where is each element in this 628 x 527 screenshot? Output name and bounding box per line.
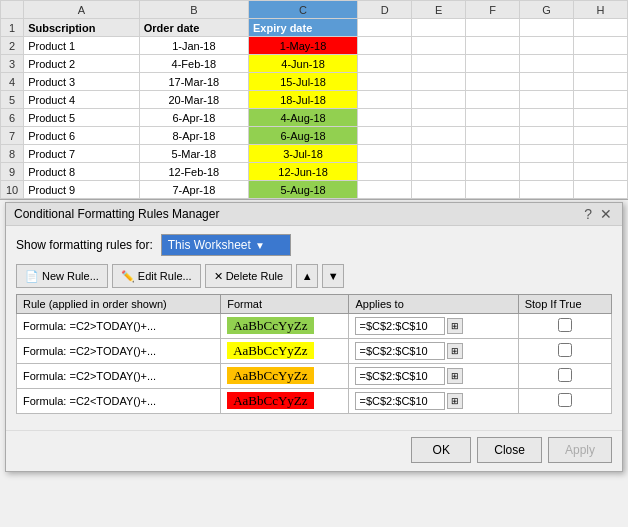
applies-to-input[interactable] [355, 317, 445, 335]
cell-e[interactable] [412, 55, 466, 73]
cell-e[interactable] [412, 127, 466, 145]
cell-h[interactable] [573, 109, 627, 127]
cell-g[interactable] [520, 109, 574, 127]
col-header-h[interactable]: H [573, 1, 627, 19]
range-select-icon[interactable]: ⊞ [447, 393, 463, 409]
cell-g[interactable] [520, 37, 574, 55]
cell-a[interactable]: Product 1 [24, 37, 140, 55]
cell-b[interactable]: 8-Apr-18 [139, 127, 248, 145]
cell-b[interactable]: 17-Mar-18 [139, 73, 248, 91]
cell-e[interactable] [412, 163, 466, 181]
cell-e[interactable] [412, 73, 466, 91]
cell-b[interactable]: 4-Feb-18 [139, 55, 248, 73]
cell-d[interactable] [358, 37, 412, 55]
cell-f[interactable] [466, 19, 520, 37]
cell-f[interactable] [466, 163, 520, 181]
cell-f[interactable] [466, 91, 520, 109]
cell-a[interactable]: Product 3 [24, 73, 140, 91]
rule-row[interactable]: Formula: =C2>TODAY()+...AaBbCcYyZz⊞ [17, 339, 612, 364]
ok-button[interactable]: OK [411, 437, 471, 463]
col-header-c[interactable]: C [248, 1, 357, 19]
new-rule-button[interactable]: 📄 New Rule... [16, 264, 108, 288]
stop-if-true-checkbox[interactable] [558, 393, 572, 407]
cell-a[interactable]: Product 6 [24, 127, 140, 145]
cell-e[interactable] [412, 109, 466, 127]
col-header-a[interactable]: A [24, 1, 140, 19]
applies-to-input[interactable] [355, 392, 445, 410]
range-select-icon[interactable]: ⊞ [447, 343, 463, 359]
cell-g[interactable] [520, 163, 574, 181]
move-down-button[interactable]: ▼ [322, 264, 344, 288]
cell-f[interactable] [466, 145, 520, 163]
cell-f[interactable] [466, 37, 520, 55]
cell-e[interactable] [412, 181, 466, 199]
cell-g[interactable] [520, 91, 574, 109]
cell-a[interactable]: Product 9 [24, 181, 140, 199]
cell-a[interactable]: Product 7 [24, 145, 140, 163]
cell-g[interactable] [520, 145, 574, 163]
cell-a[interactable]: Product 5 [24, 109, 140, 127]
col-header-d[interactable]: D [358, 1, 412, 19]
cell-h[interactable] [573, 91, 627, 109]
cell-d[interactable] [358, 163, 412, 181]
cell-c[interactable]: 6-Aug-18 [248, 127, 357, 145]
show-rules-dropdown[interactable]: This Worksheet ▼ [161, 234, 291, 256]
applies-to-input[interactable] [355, 342, 445, 360]
cell-c[interactable]: 18-Jul-18 [248, 91, 357, 109]
apply-button[interactable]: Apply [548, 437, 612, 463]
cell-a[interactable]: Product 8 [24, 163, 140, 181]
col-header-e[interactable]: E [412, 1, 466, 19]
stop-if-true-checkbox[interactable] [558, 368, 572, 382]
cell-c[interactable]: Expiry date [248, 19, 357, 37]
col-header-b[interactable]: B [139, 1, 248, 19]
cell-c[interactable]: 12-Jun-18 [248, 163, 357, 181]
cell-a[interactable]: Subscription [24, 19, 140, 37]
cell-h[interactable] [573, 37, 627, 55]
cell-d[interactable] [358, 73, 412, 91]
cell-h[interactable] [573, 145, 627, 163]
stop-if-true-checkbox[interactable] [558, 318, 572, 332]
cell-d[interactable] [358, 127, 412, 145]
applies-to-input[interactable] [355, 367, 445, 385]
move-up-button[interactable]: ▲ [296, 264, 318, 288]
cell-h[interactable] [573, 73, 627, 91]
cell-c[interactable]: 3-Jul-18 [248, 145, 357, 163]
dialog-close-button[interactable]: Close [477, 437, 542, 463]
cell-f[interactable] [466, 181, 520, 199]
cell-b[interactable]: 7-Apr-18 [139, 181, 248, 199]
cell-h[interactable] [573, 181, 627, 199]
cell-b[interactable]: 6-Apr-18 [139, 109, 248, 127]
col-header-g[interactable]: G [520, 1, 574, 19]
cell-e[interactable] [412, 19, 466, 37]
rule-row[interactable]: Formula: =C2>TODAY()+...AaBbCcYyZz⊞ [17, 314, 612, 339]
cell-h[interactable] [573, 55, 627, 73]
cell-f[interactable] [466, 73, 520, 91]
rule-row[interactable]: Formula: =C2<TODAY()+...AaBbCcYyZz⊞ [17, 389, 612, 414]
cell-g[interactable] [520, 73, 574, 91]
cell-a[interactable]: Product 4 [24, 91, 140, 109]
cell-b[interactable]: Order date [139, 19, 248, 37]
cell-d[interactable] [358, 91, 412, 109]
cell-g[interactable] [520, 19, 574, 37]
cell-g[interactable] [520, 127, 574, 145]
range-select-icon[interactable]: ⊞ [447, 318, 463, 334]
cell-d[interactable] [358, 145, 412, 163]
cell-f[interactable] [466, 109, 520, 127]
range-select-icon[interactable]: ⊞ [447, 368, 463, 384]
cell-b[interactable]: 20-Mar-18 [139, 91, 248, 109]
cell-f[interactable] [466, 55, 520, 73]
cell-d[interactable] [358, 19, 412, 37]
cell-h[interactable] [573, 19, 627, 37]
cell-c[interactable]: 4-Jun-18 [248, 55, 357, 73]
edit-rule-button[interactable]: ✏️ Edit Rule... [112, 264, 201, 288]
help-button[interactable]: ? [582, 207, 594, 221]
cell-a[interactable]: Product 2 [24, 55, 140, 73]
cell-b[interactable]: 5-Mar-18 [139, 145, 248, 163]
delete-rule-button[interactable]: ✕ Delete Rule [205, 264, 292, 288]
cell-b[interactable]: 1-Jan-18 [139, 37, 248, 55]
cell-g[interactable] [520, 55, 574, 73]
cell-e[interactable] [412, 145, 466, 163]
cell-d[interactable] [358, 181, 412, 199]
cell-g[interactable] [520, 181, 574, 199]
rule-row[interactable]: Formula: =C2>TODAY()+...AaBbCcYyZz⊞ [17, 364, 612, 389]
